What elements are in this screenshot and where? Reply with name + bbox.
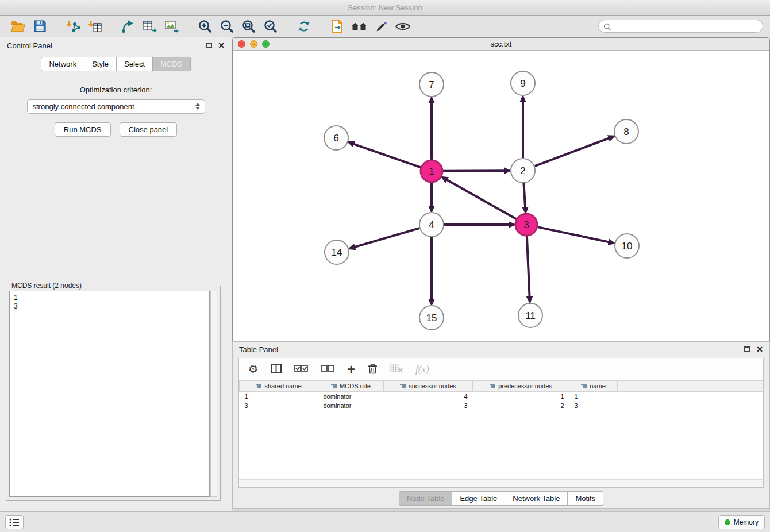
graph-node-3[interactable]: 3 <box>515 214 537 236</box>
svg-text:2: 2 <box>520 165 525 176</box>
network-home-button[interactable] <box>348 17 370 36</box>
memory-button[interactable]: Memory <box>718 515 765 529</box>
tab-network-table[interactable]: Network Table <box>505 491 568 506</box>
graph-node-14[interactable]: 14 <box>325 240 349 264</box>
column-header-shared-name[interactable]: shared name <box>240 381 318 392</box>
document-share-button[interactable] <box>326 17 348 36</box>
svg-text:11: 11 <box>525 310 536 321</box>
zoom-selected-icon <box>264 20 278 33</box>
zoom-in-button[interactable] <box>194 17 216 36</box>
run-mcds-button[interactable]: Run MCDS <box>55 122 111 137</box>
create-column-button[interactable]: + <box>347 364 355 375</box>
graph-edge-2-8[interactable] <box>535 138 609 166</box>
svg-text:1: 1 <box>429 166 434 177</box>
checked-boxes-icon <box>294 364 308 372</box>
show-hide-button[interactable] <box>392 17 414 36</box>
select-all-columns-button[interactable] <box>294 364 308 375</box>
float-panel-icon[interactable] <box>206 43 212 48</box>
deselect-all-columns-button[interactable] <box>321 364 334 375</box>
tab-edge-table[interactable]: Edge Table <box>452 491 505 506</box>
graph-edge-3-1[interactable] <box>446 180 516 219</box>
graph-edge-4-14[interactable] <box>355 228 419 247</box>
result-scrollbar[interactable] <box>210 291 217 497</box>
search-input[interactable] <box>598 20 763 33</box>
zoom-selected-button[interactable] <box>260 17 282 36</box>
float-table-panel-icon[interactable] <box>744 346 750 352</box>
tab-select[interactable]: Select <box>117 57 153 71</box>
export-image-button[interactable] <box>161 17 183 36</box>
graph-node-9[interactable]: 9 <box>511 71 535 95</box>
graph-node-2[interactable]: 2 <box>511 159 535 183</box>
graph-node-1[interactable]: 1 <box>421 160 442 182</box>
task-history-button[interactable] <box>5 515 24 529</box>
graph-edge-2-3[interactable] <box>523 183 525 207</box>
column-header-successor-nodes[interactable]: successor nodes <box>384 381 473 392</box>
delete-table-button[interactable] <box>390 364 403 375</box>
tab-motifs[interactable]: Motifs <box>568 491 603 506</box>
select-arrows-icon <box>195 103 200 110</box>
close-panel-icon[interactable]: ✕ <box>218 42 225 49</box>
window-minimize-icon[interactable]: − <box>250 40 257 48</box>
import-table-button[interactable] <box>84 17 106 36</box>
graph-edge-1-2[interactable] <box>443 171 505 171</box>
import-table-icon <box>87 20 102 33</box>
graph-node-10[interactable]: 10 <box>615 234 639 258</box>
column-type-icon <box>256 383 261 389</box>
tab-mcds[interactable]: MCDS <box>153 57 190 71</box>
column-type-icon <box>490 383 495 389</box>
apply-layout-button[interactable] <box>293 17 315 36</box>
trash-icon <box>368 363 378 374</box>
control-panel-header: Control Panel ✕ <box>0 37 232 53</box>
window-zoom-icon[interactable]: + <box>262 40 270 48</box>
window-close-icon[interactable]: × <box>238 40 245 48</box>
import-network-button[interactable] <box>62 17 84 36</box>
save-session-button[interactable] <box>29 17 51 36</box>
graph-edge-3-10[interactable] <box>538 227 609 242</box>
column-layout-button[interactable] <box>271 364 282 376</box>
column-header-name[interactable]: name <box>569 381 618 392</box>
close-panel-button[interactable]: Close panel <box>120 122 178 137</box>
mcds-result-box: MCDS result (2 nodes) 1 3 <box>6 282 221 501</box>
column-header-predecessor-nodes[interactable]: predecessor nodes <box>473 381 569 392</box>
table-row[interactable]: 3dominator323 <box>240 401 763 410</box>
main-toolbar <box>0 16 770 37</box>
list-menu-icon <box>9 518 20 526</box>
zoom-out-button[interactable] <box>216 17 238 36</box>
save-floppy-icon <box>33 20 47 33</box>
network-canvas[interactable]: 7968124314101511 <box>233 51 769 341</box>
style-brush-button[interactable] <box>370 17 392 36</box>
open-session-button[interactable] <box>7 17 29 36</box>
table-panel-content: ⚙ + <box>238 358 764 488</box>
tab-network[interactable]: Network <box>41 57 84 71</box>
zoom-fit-button[interactable] <box>238 17 260 36</box>
tab-style[interactable]: Style <box>84 57 117 71</box>
export-table-button[interactable] <box>139 17 161 36</box>
graph-node-8[interactable]: 8 <box>614 119 638 144</box>
zoom-in-icon <box>198 20 212 33</box>
graph-node-6[interactable]: 6 <box>324 126 348 150</box>
columns-icon <box>271 364 282 373</box>
table-row[interactable]: 1dominator411 <box>240 392 763 401</box>
graph-node-11[interactable]: 11 <box>518 303 542 327</box>
graph-node-4[interactable]: 4 <box>419 213 444 237</box>
control-panel-title: Control Panel <box>7 41 52 50</box>
open-folder-icon <box>10 20 25 33</box>
svg-text:10: 10 <box>622 241 633 252</box>
eye-icon <box>395 22 410 31</box>
function-builder-button[interactable]: f(x) <box>415 364 429 375</box>
table-settings-button[interactable]: ⚙ <box>248 364 258 375</box>
close-table-panel-icon[interactable]: ✕ <box>756 346 763 353</box>
graph-node-15[interactable]: 15 <box>419 306 444 330</box>
svg-text:4: 4 <box>429 219 434 230</box>
graph-edge-3-11[interactable] <box>527 236 530 297</box>
criterion-select[interactable]: strongly connected component <box>27 99 205 114</box>
graph-edge-1-6[interactable] <box>353 144 421 168</box>
export-network-button[interactable] <box>117 17 139 36</box>
document-arrow-icon <box>331 19 344 34</box>
tab-node-table[interactable]: Node Table <box>399 491 453 506</box>
horizontal-scrollbar[interactable] <box>239 479 763 487</box>
column-header-mcds-role[interactable]: MCDS role <box>318 381 384 392</box>
graph-node-7[interactable]: 7 <box>419 72 444 97</box>
delete-column-button[interactable] <box>368 363 378 376</box>
search-icon <box>603 22 611 33</box>
